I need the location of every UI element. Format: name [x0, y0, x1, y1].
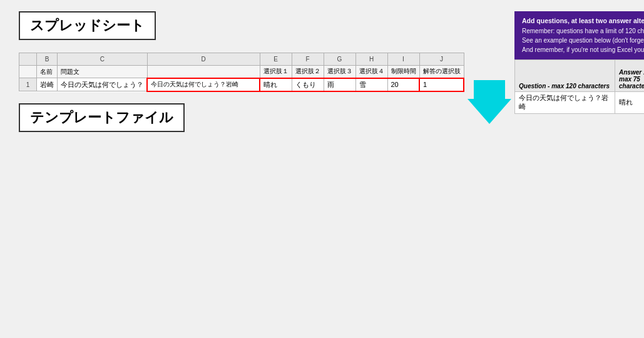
arrow-container [464, 11, 514, 124]
info-bold-line: Add questions, at least two answer alter… [522, 16, 644, 26]
template-header-row: Question - max 120 characters Answer 1 -… [515, 59, 645, 91]
col-c: C [58, 53, 148, 66]
spreadsheet-header-row: 名前 問題文 選択肢１ 選択肢２ 選択肢３ 選択肢４ 制限時間 解答の選択肢 [19, 66, 464, 78]
col-e: E [260, 53, 292, 66]
td-question: 今日の天気は何でしょう？岩崎 [515, 91, 615, 113]
info-box: Add questions, at least two answer alter… [514, 11, 644, 59]
col-i: I [387, 53, 419, 66]
arrow-head [468, 99, 511, 124]
template-label: テンプレートファイル [19, 103, 464, 140]
th-answer1: Answer 1 - max 75 characters [615, 59, 645, 91]
col-j: J [419, 53, 464, 66]
col-b: B [37, 53, 58, 66]
arrow-shaft [474, 80, 505, 99]
info-line3: See an example question below (don't for… [522, 36, 644, 45]
col-empty [19, 53, 37, 66]
template-table: Question - max 120 characters Answer 1 -… [514, 59, 644, 114]
template-data-row: 今日の天気は何でしょう？岩崎 晴れ くもり 雨 雪 20 ▼ 1 [515, 91, 645, 113]
th-question: Question - max 120 characters [515, 59, 615, 91]
spreadsheet-data-row: 1 岩崎 今日の天気は何でしょう？ 今日の天気は何でしょう？岩崎 晴れ くもり … [19, 78, 464, 91]
info-line2: Remember: questions have a limit of 120 … [522, 26, 644, 36]
col-d: D [147, 53, 260, 66]
col-g: G [324, 53, 355, 66]
info-line4: And remember, if you're not using Excel … [522, 45, 644, 54]
td-answer1: 晴れ [615, 91, 645, 113]
col-h: H [355, 53, 387, 66]
col-f: F [292, 53, 324, 66]
spreadsheet-label: スプレッドシート [19, 11, 464, 48]
template-section: Add questions, at least two answer alter… [514, 11, 644, 114]
spreadsheet-table: B C D E F G H I J [19, 53, 464, 92]
